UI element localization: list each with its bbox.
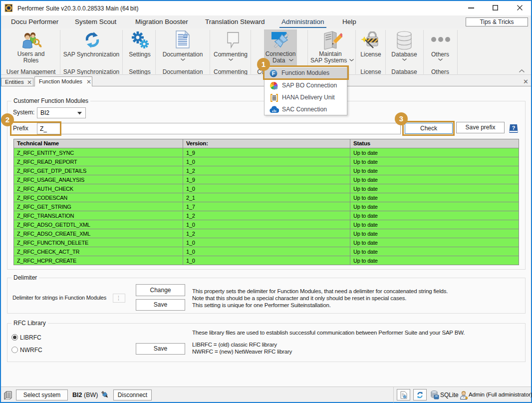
svg-text:?: ? xyxy=(512,125,516,131)
